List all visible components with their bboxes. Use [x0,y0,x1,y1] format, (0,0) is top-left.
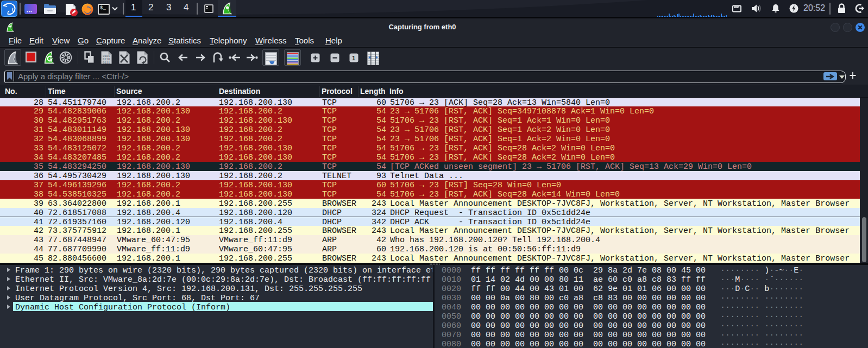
svg-text:0111: 0111 [103,61,110,65]
svg-text:1: 1 [352,55,355,61]
